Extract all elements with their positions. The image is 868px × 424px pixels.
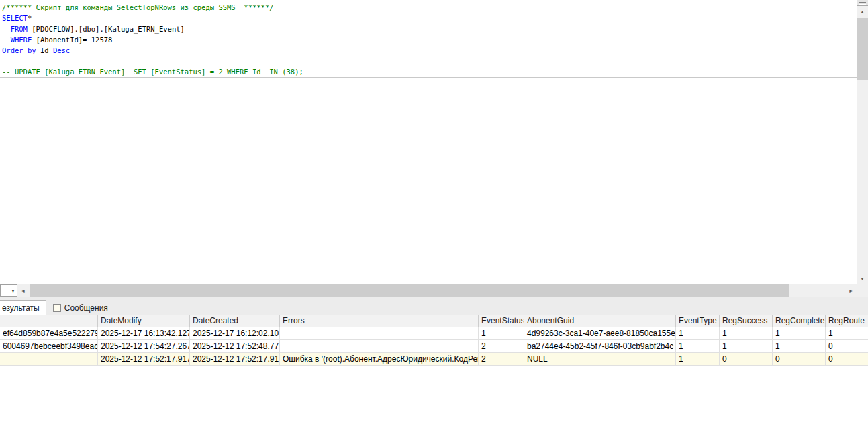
grid-cell[interactable]: 2025-12-17 16:12:02.100 bbox=[190, 327, 280, 340]
grid-cell[interactable]: 2025-12-12 17:52:17.917 bbox=[98, 353, 190, 366]
vertical-scrollbar-thumb[interactable] bbox=[857, 18, 868, 80]
grid-cell[interactable]: 1 bbox=[479, 327, 524, 340]
code-token-comment: /****** Скрипт для команды SelectTopNRow… bbox=[2, 3, 274, 11]
code-line[interactable]: /****** Скрипт для команды SelectTopNRow… bbox=[2, 2, 303, 13]
grid-row: ef64d859b87e4a5e522279f2025-12-17 16:13:… bbox=[0, 327, 868, 340]
grid-cell[interactable]: 1 bbox=[826, 327, 868, 340]
editor-vertical-scrollbar[interactable]: ▲ ▼ bbox=[857, 0, 868, 284]
grid-cell[interactable]: ef64d859b87e4a5e522279f bbox=[0, 327, 98, 340]
grid-cell[interactable]: 1 bbox=[676, 340, 720, 353]
grid-row: 2025-12-12 17:52:17.9172025-12-12 17:52:… bbox=[0, 353, 868, 366]
grid-cell[interactable]: 2025-12-17 16:13:42.127 bbox=[98, 327, 190, 340]
code-token-keyword: FROM bbox=[11, 25, 28, 33]
horizontal-scrollbar-track[interactable] bbox=[29, 284, 845, 297]
grid-cell[interactable]: 0 bbox=[826, 340, 868, 353]
code-line[interactable] bbox=[2, 56, 303, 66]
current-line-rule bbox=[0, 77, 857, 78]
grid-cell[interactable]: NULL bbox=[524, 353, 676, 366]
pane-selector-dropdown[interactable]: ▼ bbox=[0, 284, 17, 297]
grid-header-cell[interactable]: DateModify bbox=[98, 315, 190, 327]
grid-cell[interactable]: 1 bbox=[773, 340, 826, 353]
code-token-plain bbox=[2, 36, 11, 44]
grid-header-cell[interactable]: RegComplete bbox=[773, 315, 826, 327]
scroll-left-icon[interactable]: ◄ bbox=[17, 284, 29, 297]
grid-cell[interactable]: 2 bbox=[479, 340, 524, 353]
tab-label: Сообщения bbox=[64, 303, 108, 313]
tab-results[interactable]: езультаты bbox=[0, 300, 46, 315]
code-token-keyword: SELECT bbox=[2, 14, 28, 22]
code-token-plain: [PDOCFLOW].[dbo].[Kaluga_ETRN_Event] bbox=[28, 25, 185, 33]
grid-header-cell[interactable]: EventType bbox=[676, 315, 720, 327]
editor-code: /****** Скрипт для команды SelectTopNRow… bbox=[2, 2, 303, 77]
grid-cell[interactable]: 0 bbox=[720, 353, 773, 366]
scroll-right-icon[interactable]: ► bbox=[845, 284, 857, 297]
horizontal-scrollbar-thumb[interactable] bbox=[30, 284, 789, 297]
grid-cell[interactable]: 1 bbox=[720, 340, 773, 353]
grid-cell[interactable]: 1 bbox=[773, 327, 826, 340]
results-grid: DateModifyDateCreatedErrorsEventStatusAb… bbox=[0, 315, 868, 424]
grid-cell[interactable]: 1 bbox=[676, 353, 720, 366]
code-token-comment: -- UPDATE [Kaluga_ETRN_Event] SET [Event… bbox=[2, 68, 303, 76]
grid-header-cell[interactable] bbox=[0, 315, 98, 327]
grid-row: 6004697bebceebf3498eacb2025-12-12 17:54:… bbox=[0, 340, 868, 353]
grid-cell[interactable] bbox=[280, 327, 479, 340]
tab-label: езультаты bbox=[2, 303, 40, 313]
code-token-plain: Id bbox=[36, 46, 53, 54]
code-line[interactable]: SELECT* bbox=[2, 13, 303, 23]
grid-header-cell[interactable]: RegSuccess bbox=[720, 315, 773, 327]
tab-messages[interactable]: Сообщения bbox=[46, 300, 115, 315]
code-token-keyword: Desc bbox=[53, 46, 70, 54]
sql-editor[interactable]: /****** Скрипт для команды SelectTopNRow… bbox=[0, 0, 857, 284]
grid-cell[interactable]: 2025-12-12 17:52:17.917 bbox=[190, 353, 280, 366]
grid-cell[interactable]: 4d99263c-3ca1-40e7-aee8-81850ca155e6 bbox=[524, 327, 676, 340]
code-line[interactable]: Order by Id Desc bbox=[2, 45, 303, 56]
grid-cell[interactable]: 6004697bebceebf3498eacb bbox=[0, 340, 98, 353]
grid-cell[interactable]: 0 bbox=[826, 353, 868, 366]
chevron-down-icon: ▼ bbox=[11, 288, 15, 293]
grid-header-row: DateModifyDateCreatedErrorsEventStatusAb… bbox=[0, 315, 868, 327]
code-token-keyword: WHERE bbox=[11, 36, 32, 44]
code-line[interactable]: FROM [PDOCFLOW].[dbo].[Kaluga_ETRN_Event… bbox=[2, 23, 303, 34]
grid-cell[interactable]: 0 bbox=[773, 353, 826, 366]
code-token-plain bbox=[2, 25, 11, 33]
code-line[interactable]: -- UPDATE [Kaluga_ETRN_Event] SET [Event… bbox=[2, 66, 303, 77]
scrollbar-corner bbox=[857, 284, 868, 297]
grid-header-cell[interactable]: Errors bbox=[280, 315, 479, 327]
grid-header-cell[interactable]: AbonentGuid bbox=[524, 315, 676, 327]
grid-header-cell[interactable]: RegRoute bbox=[826, 315, 868, 327]
code-token-plain: * bbox=[28, 14, 32, 22]
grid-cell[interactable] bbox=[0, 353, 98, 366]
code-line[interactable]: WHERE [AbonentId]= 12578 bbox=[2, 34, 303, 45]
grid-body: ef64d859b87e4a5e522279f2025-12-17 16:13:… bbox=[0, 327, 868, 366]
messages-icon bbox=[53, 304, 61, 312]
grid-cell[interactable]: 2025-12-12 17:54:27.267 bbox=[98, 340, 190, 353]
grid-cell[interactable]: 2 bbox=[479, 353, 524, 366]
grid-cell[interactable]: 2025-12-12 17:52:48.773 bbox=[190, 340, 280, 353]
split-editor-handle[interactable] bbox=[857, 0, 868, 6]
grid-cell[interactable]: ba2744e4-45b2-45f7-846f-03cb9abf2b4c bbox=[524, 340, 676, 353]
grid-header-cell[interactable]: EventStatus bbox=[479, 315, 524, 327]
code-token-plain: [AbonentId]= 12578 bbox=[32, 36, 112, 44]
grid-cell[interactable]: 1 bbox=[676, 327, 720, 340]
grid-cell[interactable]: Ошибка в '(root).Абонент.АдресЮридически… bbox=[280, 353, 479, 366]
editor-horizontal-scrollbar: ▼ ◄ ► bbox=[0, 284, 868, 297]
grid-cell[interactable] bbox=[280, 340, 479, 353]
scroll-up-icon[interactable]: ▲ bbox=[857, 6, 868, 17]
grid-cell[interactable]: 1 bbox=[720, 327, 773, 340]
grid-header-cell[interactable]: DateCreated bbox=[190, 315, 280, 327]
results-tabs: езультатыСообщения bbox=[0, 297, 868, 315]
scroll-down-icon[interactable]: ▼ bbox=[857, 273, 868, 284]
results-pane: езультатыСообщения DateModifyDateCreated… bbox=[0, 297, 868, 424]
code-token-keyword: Order by bbox=[2, 46, 36, 54]
